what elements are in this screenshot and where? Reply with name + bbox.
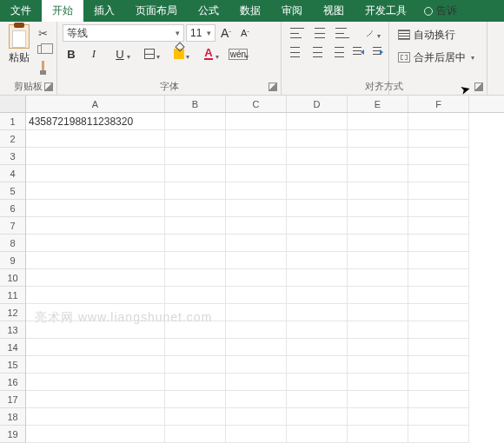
cell[interactable] [348,339,408,356]
row-header[interactable]: 19 [0,426,25,443]
cell[interactable] [26,217,165,235]
row-header[interactable]: 6 [0,200,25,217]
cell[interactable] [26,130,165,148]
border-button[interactable] [137,45,162,63]
row-header[interactable]: 1 [0,113,25,130]
cell[interactable] [226,130,287,148]
font-color-button[interactable]: A [196,45,221,63]
cell[interactable] [165,408,226,426]
cell[interactable] [348,252,408,269]
cell[interactable] [408,391,469,408]
cell[interactable] [408,321,469,339]
cell[interactable] [26,426,165,443]
cell[interactable] [287,391,348,408]
align-top-button[interactable] [290,28,304,38]
tab-formulas[interactable]: 公式 [188,0,229,22]
cell[interactable] [287,182,348,200]
cell[interactable] [226,182,287,200]
cell[interactable] [226,165,287,182]
cell[interactable] [408,339,469,356]
cell[interactable] [226,408,287,426]
tab-insert[interactable]: 插入 [83,0,125,22]
align-left-button[interactable] [290,47,302,57]
cell[interactable] [26,408,165,426]
column-header[interactable]: D [287,96,348,112]
cell[interactable] [287,374,348,391]
cell[interactable] [348,130,408,148]
cell[interactable] [348,391,408,408]
cell[interactable] [287,426,348,443]
cell[interactable] [287,148,348,165]
cell[interactable] [408,374,469,391]
cell[interactable] [165,200,226,217]
align-middle-button[interactable] [313,28,327,38]
cell[interactable] [287,408,348,426]
cell[interactable] [348,165,408,182]
cell[interactable] [226,113,287,130]
italic-button[interactable]: I [85,45,103,63]
column-header[interactable]: F [408,96,469,112]
cell[interactable] [348,235,408,252]
cell[interactable] [408,165,469,182]
cell[interactable] [165,269,226,287]
cell[interactable] [287,356,348,374]
cell[interactable] [165,217,226,235]
cell[interactable] [408,287,469,304]
align-right-button[interactable] [332,47,344,57]
wrap-text-button[interactable]: 自动换行 [395,26,481,43]
increase-font-button[interactable]: Aˆ [217,24,235,42]
cell[interactable] [26,287,165,304]
cell[interactable] [26,269,165,287]
tab-review[interactable]: 审阅 [271,0,313,22]
cell[interactable] [26,339,165,356]
cell[interactable] [287,130,348,148]
cell[interactable] [226,269,287,287]
cell[interactable] [165,113,226,130]
cell[interactable] [287,217,348,235]
cell[interactable] [287,304,348,321]
cell[interactable] [287,269,348,287]
tab-data[interactable]: 数据 [229,0,271,22]
cell[interactable] [408,113,469,130]
cell[interactable] [26,391,165,408]
font-name-select[interactable]: 等线▾ [63,24,184,42]
cells-area[interactable]: 435872198811238320 [26,113,504,443]
row-header[interactable]: 12 [0,304,25,321]
row-header[interactable]: 13 [0,321,25,339]
cell[interactable] [165,339,226,356]
cut-button[interactable]: ✂ [34,26,51,40]
cell[interactable] [408,408,469,426]
row-header[interactable]: 2 [0,130,25,148]
cell[interactable] [348,113,408,130]
row-header[interactable]: 16 [0,374,25,391]
cell[interactable] [408,235,469,252]
orientation-button[interactable]: ⟋ [358,24,382,42]
cell[interactable] [287,165,348,182]
cell[interactable] [26,252,165,269]
cell[interactable] [226,321,287,339]
cell[interactable] [287,200,348,217]
cell[interactable] [408,217,469,235]
cell[interactable] [348,304,408,321]
cell[interactable] [165,356,226,374]
cell[interactable] [26,374,165,391]
bold-button[interactable]: B [63,45,80,63]
cell[interactable] [408,148,469,165]
cell[interactable] [408,182,469,200]
cell[interactable] [348,321,408,339]
cell[interactable] [287,321,348,339]
cell[interactable] [348,408,408,426]
format-painter-button[interactable] [34,59,51,73]
tab-view[interactable]: 视图 [313,0,355,22]
cell[interactable] [408,130,469,148]
font-size-select[interactable]: 11▾ [186,24,216,42]
cell[interactable] [348,182,408,200]
alignment-dialog-launcher[interactable] [474,83,483,91]
decrease-font-button[interactable]: Aˇ [236,24,254,42]
cell[interactable] [348,426,408,443]
cell[interactable] [408,356,469,374]
tab-home[interactable]: 开始 [42,0,83,22]
row-header[interactable]: 11 [0,287,25,304]
column-header[interactable]: A [26,96,165,112]
row-header[interactable]: 8 [0,235,25,252]
